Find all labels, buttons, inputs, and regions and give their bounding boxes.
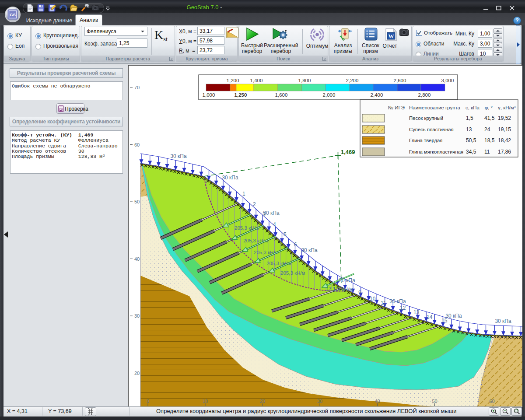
svg-text:30 кПа: 30 кПа (301, 247, 318, 253)
svg-text:17,86: 17,86 (498, 149, 511, 155)
svg-text:1,800: 1,800 (298, 78, 311, 83)
svg-text:0: 0 (147, 399, 149, 404)
svg-text:γ, кН/м³: γ, кН/м³ (498, 105, 516, 110)
svg-text:13: 13 (413, 309, 420, 315)
svg-text:№ ИГЭ: № ИГЭ (388, 105, 405, 110)
svg-text:11: 11 (484, 149, 490, 155)
svg-text:Глина мягкопластичная: Глина мягкопластичная (409, 149, 463, 154)
svg-text:1,600: 1,600 (275, 92, 288, 98)
svg-text:30 кПа: 30 кПа (263, 210, 280, 216)
svg-text:70: 70 (134, 85, 140, 90)
svg-text:1: 1 (242, 191, 245, 197)
svg-text:24: 24 (484, 126, 490, 133)
svg-text:2,200: 2,200 (346, 78, 359, 83)
svg-text:30 кПа: 30 кПа (495, 318, 511, 324)
svg-text:60: 60 (489, 399, 494, 404)
svg-text:19,52: 19,52 (498, 115, 511, 121)
svg-text:1,250: 1,250 (234, 92, 247, 98)
svg-text:1,469: 1,469 (341, 149, 355, 155)
svg-text:5: 5 (284, 231, 287, 238)
svg-text:205,3 кН/м: 205,3 кН/м (280, 270, 305, 276)
svg-text:30 кПа: 30 кПа (222, 175, 238, 181)
svg-text:φ, °: φ, ° (485, 105, 493, 110)
svg-text:2,000: 2,000 (323, 92, 336, 98)
svg-text:W: W (388, 33, 394, 39)
svg-text:41,5: 41,5 (484, 115, 495, 121)
svg-text:2,800: 2,800 (418, 92, 431, 98)
svg-text:с, кПа: с, кПа (466, 105, 480, 110)
svg-text:1,200: 1,200 (227, 78, 239, 83)
svg-text:Супесь пластичная: Супесь пластичная (409, 127, 454, 132)
svg-text:6: 6 (294, 242, 297, 248)
svg-text:50: 50 (432, 399, 437, 404)
svg-text:30 кПа: 30 кПа (170, 153, 187, 159)
svg-text:40: 40 (134, 256, 140, 262)
svg-text:14: 14 (427, 314, 433, 320)
svg-text:50: 50 (134, 199, 140, 204)
svg-text:205,3 кН/м: 205,3 кН/м (254, 250, 279, 255)
svg-text:2,400: 2,400 (371, 92, 383, 98)
svg-text:18,5: 18,5 (484, 137, 495, 144)
svg-text:30 кПа: 30 кПа (339, 277, 355, 284)
svg-text:18,42: 18,42 (498, 137, 511, 144)
svg-text:2,600: 2,600 (394, 78, 406, 83)
svg-text:9: 9 (358, 290, 361, 296)
svg-text:3,000: 3,000 (441, 78, 454, 83)
svg-text:1,5: 1,5 (466, 115, 473, 121)
svg-text:30: 30 (317, 399, 322, 404)
svg-text:1,400: 1,400 (250, 78, 263, 83)
svg-text:20: 20 (260, 399, 265, 404)
svg-text:10: 10 (370, 296, 376, 302)
svg-text:3: 3 (262, 211, 266, 217)
svg-text:Наименование грунта: Наименование грунта (409, 105, 461, 110)
svg-text:34,5: 34,5 (466, 149, 476, 155)
svg-text:GS: GS (10, 12, 16, 17)
svg-text:4: 4 (273, 221, 276, 228)
svg-text:?: ? (515, 18, 518, 24)
svg-text:30: 30 (134, 313, 140, 318)
svg-text:15: 15 (441, 318, 448, 324)
svg-text:12: 12 (400, 305, 406, 311)
svg-text:13: 13 (466, 126, 472, 133)
svg-text:1,8 кН/м: 1,8 кН/м (333, 287, 353, 293)
svg-text:Песок крупный: Песок крупный (409, 116, 443, 121)
svg-text:205,3 кН/м: 205,3 кН/м (234, 225, 259, 231)
svg-text:20: 20 (134, 371, 140, 376)
svg-text:1,000: 1,000 (203, 92, 215, 98)
svg-text:205,3 кН/м: 205,3 кН/м (243, 238, 268, 243)
svg-text:50,5: 50,5 (466, 137, 476, 144)
svg-text:Глина твердая: Глина твердая (409, 138, 442, 143)
svg-text:30 кПа: 30 кПа (445, 313, 462, 319)
svg-text:60: 60 (134, 142, 140, 147)
svg-text:30 кПа: 30 кПа (389, 298, 406, 304)
svg-text:11: 11 (381, 300, 386, 306)
svg-text:10: 10 (203, 399, 208, 404)
svg-text:19,15: 19,15 (498, 126, 511, 133)
svg-text:40: 40 (374, 399, 380, 404)
svg-text:2: 2 (253, 201, 256, 207)
